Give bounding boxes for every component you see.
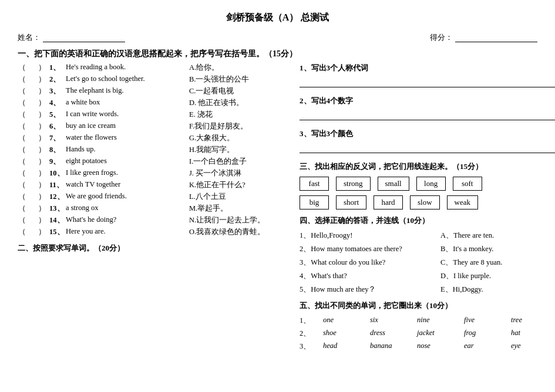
paren-open: （ [18, 215, 26, 225]
match-q-answer: C、They are 8 yuan. [440, 258, 555, 268]
diff-row: 3、headbanananoseeareye [300, 342, 555, 352]
item-num: 8、 [49, 145, 66, 155]
paren-blank [27, 75, 34, 83]
paren-open: （ [18, 110, 26, 120]
match-questions: 1、Hello,Froogy! A、There are ten. 2、How m… [300, 231, 555, 295]
section1-title: 一、把下面的英语和正确的汉语意思搭配起来，把序号写在括号里。（15分） [18, 49, 537, 59]
paren-close: ） [38, 204, 46, 214]
match-q-answer: B、It's a monkey. [440, 244, 555, 254]
paren-blank [27, 157, 34, 165]
match-list-item: （ ） 5、 I can write words. E. 浇花 [18, 110, 288, 120]
antonym-word: hard [374, 195, 403, 209]
paren-blank [27, 192, 34, 201]
paren-open: （ [18, 63, 26, 73]
item-num: 14、 [49, 215, 66, 225]
diff-rows: 1、onesixninefivetree2、shoedressjacketfro… [300, 316, 555, 352]
item-cn: H.我能写字。 [189, 145, 288, 155]
item-en: He's reading a book. [66, 63, 189, 72]
section4-title: 四、选择正确的答语，并连线（10分） [300, 215, 555, 226]
paren-open: （ [18, 227, 26, 237]
diff-word: one [323, 316, 370, 326]
paren-blank [27, 110, 34, 119]
match-list-item: （ ） 10、 I like green frogs. J. 买一个冰淇淋 [18, 168, 288, 178]
name-label: 姓名： [18, 32, 41, 43]
section2-title: 二、按照要求写单词。（20分） [18, 243, 288, 254]
item-en: a white box [66, 98, 189, 107]
paren-close: ） [38, 63, 46, 73]
item-en: The elephant is big. [66, 86, 189, 95]
item-en: a strong ox [66, 204, 189, 212]
item-num: 3、 [49, 86, 66, 96]
match-q-answer: E、Hi,Doggy. [440, 285, 555, 295]
item-cn: E. 浇花 [189, 110, 288, 120]
page-title: 剑桥预备级（A） 总测试 [18, 12, 537, 24]
item-cn: M.举起手。 [189, 204, 288, 214]
item-num: 12、 [49, 192, 66, 202]
diff-num: 3、 [300, 342, 323, 352]
paren-blank [27, 98, 34, 107]
paren-open: （ [18, 204, 26, 214]
paren-blank [27, 204, 34, 212]
paren-open: （ [18, 121, 26, 131]
match-q-question: 2、How many tomatoes are there? [300, 244, 440, 254]
diff-word: nine [417, 316, 464, 326]
paren-blank [27, 215, 34, 224]
diff-word: nose [417, 342, 464, 352]
match-q-row: 2、How many tomatoes are there? B、It's a … [300, 244, 555, 254]
paren-close: ） [38, 157, 46, 167]
paren-close: ） [38, 192, 46, 202]
right-q3: 3、写出3个颜色 [300, 129, 555, 139]
paren-open: （ [18, 98, 26, 108]
diff-word: head [323, 342, 370, 352]
antonym-row1: faststrongsmalllongsoft [300, 177, 555, 191]
diff-num: 2、 [300, 329, 323, 339]
paren-open: （ [18, 145, 26, 155]
item-num: 5、 [49, 110, 66, 120]
paren-close: ） [38, 86, 46, 96]
item-num: 9、 [49, 157, 66, 167]
diff-word: hat [511, 329, 555, 339]
paren-open: （ [18, 168, 26, 178]
paren-blank [27, 180, 34, 189]
match-q-question: 5、How much are they？ [300, 285, 440, 295]
antonym-word: long [416, 177, 446, 191]
match-list-item: （ ） 6、 buy an ice cream F.我们是好朋友。 [18, 121, 288, 131]
diff-word: eye [511, 342, 555, 352]
item-en: Hands up. [66, 145, 189, 154]
match-list-item: （ ） 7、 water the flowers G.大象很大。 [18, 133, 288, 143]
item-cn: J. 买一个冰淇淋 [189, 168, 288, 178]
paren-close: ） [38, 110, 46, 120]
diff-word: six [370, 316, 417, 326]
match-list-item: （ ） 3、 The elephant is big. C.一起看电视 [18, 86, 288, 96]
diff-word: tree [511, 316, 555, 326]
item-num: 13、 [49, 204, 66, 214]
paren-close: ） [38, 215, 46, 225]
section5-title: 五、找出不同类的单词，把它圈出来（10分） [300, 300, 555, 311]
paren-close: ） [38, 145, 46, 155]
match-q-question: 3、What colour do you like? [300, 258, 440, 268]
match-q-row: 4、What's that? D、I like purple. [300, 271, 555, 281]
diff-row: 2、shoedressjacketfroghat [300, 329, 555, 339]
item-num: 15、 [49, 227, 66, 237]
paren-open: （ [18, 180, 26, 190]
diff-row: 1、onesixninefivetree [300, 316, 555, 326]
diff-word: dress [370, 329, 417, 339]
item-cn: B.一头强壮的公牛 [189, 75, 288, 85]
diff-word: frog [464, 329, 511, 339]
item-en: water the flowers [66, 133, 189, 142]
match-q-row: 1、Hello,Froogy! A、There are ten. [300, 231, 555, 241]
paren-open: （ [18, 157, 26, 167]
match-list-item: （ ） 9、 eight potatoes I.一个白色的盒子 [18, 157, 288, 167]
antonym-word: fast [300, 177, 329, 191]
right-q2: 2、写出4个数字 [300, 96, 555, 106]
paren-open: （ [18, 75, 26, 85]
score-label: 得分： [430, 32, 453, 43]
paren-open: （ [18, 86, 26, 96]
match-list-item: （ ） 13、 a strong ox M.举起手。 [18, 204, 288, 214]
antonym-word: soft [453, 177, 482, 191]
diff-num: 1、 [300, 316, 323, 326]
match-list-item: （ ） 14、 What's he doing? N.让我们一起去上学。 [18, 215, 288, 225]
antonym-row2: bigshorthardslowweak [300, 195, 555, 209]
item-cn: A.给你。 [189, 63, 288, 73]
paren-blank [27, 86, 34, 95]
